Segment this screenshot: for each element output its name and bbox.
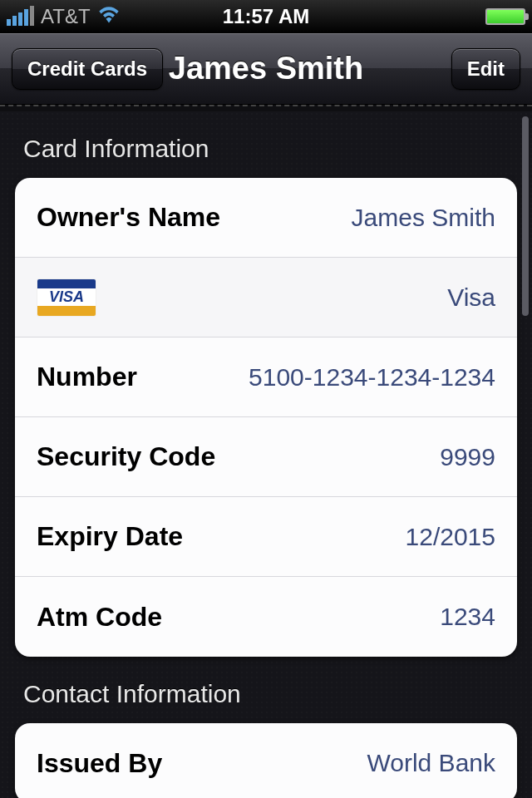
battery-icon xyxy=(485,8,525,25)
expiry-date-label: Expiry Date xyxy=(37,521,183,552)
owner-name-value: James Smith xyxy=(352,204,495,232)
content-scroll[interactable]: Card Information Owner's Name James Smit… xyxy=(0,111,532,798)
scroll-indicator xyxy=(522,116,529,316)
row-expiry-date[interactable]: Expiry Date 12/2015 xyxy=(15,497,517,577)
atm-code-label: Atm Code xyxy=(37,602,162,633)
stitch-divider xyxy=(0,105,532,111)
issued-by-value: World Bank xyxy=(367,749,495,777)
signal-icon xyxy=(7,7,34,26)
card-type-value: Visa xyxy=(447,283,495,312)
visa-icon: VISA xyxy=(37,278,96,317)
card-info-group: Owner's Name James Smith VISA Visa Numbe… xyxy=(15,178,517,657)
issued-by-label: Issued By xyxy=(37,748,162,779)
status-left: AT&T xyxy=(7,5,223,28)
status-right xyxy=(309,8,525,25)
card-number-value: 5100-1234-1234-1234 xyxy=(249,363,495,392)
row-issued-by[interactable]: Issued By World Bank xyxy=(15,723,517,798)
back-button-label: Credit Cards xyxy=(27,57,147,80)
carrier-label: AT&T xyxy=(41,5,91,28)
status-bar: AT&T 11:57 AM xyxy=(0,0,532,33)
row-card-number[interactable]: Number 5100-1234-1234-1234 xyxy=(15,337,517,417)
edit-button[interactable]: Edit xyxy=(451,48,520,90)
atm-code-value: 1234 xyxy=(440,603,495,631)
expiry-date-value: 12/2015 xyxy=(406,523,495,551)
section-header-card-info: Card Information xyxy=(15,111,517,178)
back-button[interactable]: Credit Cards xyxy=(12,48,163,90)
contact-info-group: Issued By World Bank xyxy=(15,723,517,798)
security-code-label: Security Code xyxy=(37,441,215,472)
section-header-contact-info: Contact Information xyxy=(15,657,517,723)
row-atm-code[interactable]: Atm Code 1234 xyxy=(15,577,517,657)
nav-bar: Credit Cards James Smith Edit xyxy=(0,33,532,105)
owner-name-label: Owner's Name xyxy=(37,202,220,233)
edit-button-label: Edit xyxy=(467,57,505,80)
row-owner-name[interactable]: Owner's Name James Smith xyxy=(15,178,517,258)
status-time: 11:57 AM xyxy=(223,5,309,28)
wifi-icon xyxy=(97,5,121,28)
row-card-type[interactable]: VISA Visa xyxy=(15,258,517,337)
security-code-value: 9999 xyxy=(440,443,495,471)
row-security-code[interactable]: Security Code 9999 xyxy=(15,417,517,497)
card-number-label: Number xyxy=(37,362,137,392)
